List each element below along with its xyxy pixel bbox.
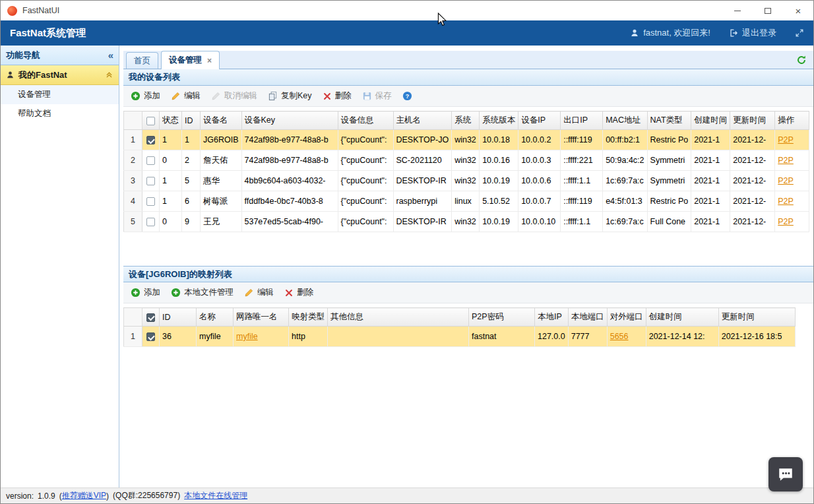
cell-name: 惠华	[201, 171, 242, 191]
cell-host: DESKTOP-IR	[393, 171, 452, 191]
button-label: 添加	[144, 287, 160, 298]
row-select-cell[interactable]	[142, 212, 160, 232]
cell-nat_type: Symmetri	[647, 150, 691, 171]
vip-link[interactable]: 推荐赠送VIP	[62, 490, 106, 501]
col-header-id[interactable]: ID	[182, 111, 201, 130]
col-header-info[interactable]: 设备信息	[338, 111, 393, 130]
op-link[interactable]: P2P	[778, 197, 794, 206]
col-header-updated[interactable]: 更新时间	[718, 308, 795, 327]
local-file-online-link[interactable]: 本地文件在线管理	[184, 490, 247, 501]
col-header-local_ip[interactable]: 本地IP	[535, 308, 569, 327]
cell-os: win32	[452, 150, 480, 171]
checkbox-unchecked[interactable]	[146, 117, 155, 125]
col-header-map_type[interactable]: 映射类型	[289, 308, 328, 327]
col-header-nat_type[interactable]: NAT类型	[647, 111, 691, 130]
cell-name: JG6ROIB	[201, 130, 242, 150]
col-header-device_ip[interactable]: 设备IP	[518, 111, 561, 130]
copy-key-button[interactable]: 复制Key	[263, 88, 317, 104]
cell-info: {"cpuCount":	[338, 130, 393, 150]
col-header-key[interactable]: 设备Key	[241, 111, 338, 130]
sidebar: 功能导航 « 我的FastNat 设备管理 帮助文档	[1, 46, 119, 488]
row-select-cell[interactable]	[142, 327, 160, 347]
checkbox-unchecked[interactable]	[146, 177, 155, 185]
col-header-created[interactable]: 创建时间	[646, 308, 718, 327]
edit-mapping-button[interactable]: 编辑	[239, 285, 278, 300]
col-header-name[interactable]: 名称	[197, 308, 234, 327]
col-header-updated[interactable]: 更新时间	[730, 111, 775, 130]
col-header-name[interactable]: 设备名	[201, 111, 242, 130]
grid-row[interactable]: 202詹天佑742af98b-e977-48a8-b{"cpuCount":SC…	[124, 150, 809, 171]
col-header-p2p_password[interactable]: P2P密码	[469, 308, 535, 327]
logout-button[interactable]: 退出登录	[729, 27, 776, 39]
checkbox-checked[interactable]	[146, 313, 155, 322]
tab-device-management[interactable]: 设备管理 ×	[161, 51, 220, 69]
close-button[interactable]: ×	[783, 1, 813, 20]
row-select-cell[interactable]	[142, 130, 160, 150]
checkbox-checked[interactable]	[146, 332, 155, 341]
chat-button[interactable]	[768, 457, 803, 491]
col-header-os[interactable]: 系统	[452, 111, 480, 130]
col-header-unique_name[interactable]: 网路唯一名	[234, 308, 289, 327]
col-header-id[interactable]: ID	[160, 308, 197, 327]
grid-row[interactable]: 111JG6ROIB742af98b-e977-48a8-b{"cpuCount…	[124, 130, 809, 150]
cell-nat_type: Full Cone	[647, 212, 691, 232]
cell-os_version: 10.0.19	[480, 212, 518, 232]
cell-id: 2	[182, 150, 201, 171]
edit-device-button[interactable]: 编辑	[166, 88, 205, 104]
col-header-local_port[interactable]: 本地端口	[568, 308, 607, 327]
delete-device-button[interactable]: 删除	[318, 88, 356, 104]
col-header-created[interactable]: 创建时间	[691, 111, 730, 130]
maximize-button[interactable]	[753, 1, 783, 20]
checkbox-unchecked[interactable]	[146, 197, 155, 206]
grid-row[interactable]: 509王兄537e7ed5-5cab-4f90-{"cpuCount":DESK…	[124, 212, 809, 232]
op-link[interactable]: P2P	[778, 135, 794, 144]
checkbox-checked[interactable]	[146, 136, 155, 144]
cell-mac: 50:9a:4c:2	[603, 150, 647, 171]
user-welcome[interactable]: fastnat, 欢迎回来!	[630, 27, 710, 39]
add-device-button[interactable]: 添加	[126, 88, 165, 104]
unique_name-link[interactable]: myfile	[236, 332, 258, 341]
help-button[interactable]: ?	[398, 89, 417, 103]
sidebar-item-help-docs[interactable]: 帮助文档	[1, 104, 119, 123]
select-all-cell[interactable]	[142, 111, 160, 130]
tab-home[interactable]: 首页	[126, 52, 158, 69]
minimize-button[interactable]	[722, 1, 753, 20]
cell-id: 1	[182, 130, 201, 150]
grid-row[interactable]: 315惠华4bb9c604-a603-4032-{"cpuCount":DESK…	[124, 171, 809, 191]
collapse-sidebar-icon[interactable]: «	[108, 50, 113, 60]
col-header-external_port[interactable]: 对外端口	[607, 308, 646, 327]
col-header-host[interactable]: 主机名	[393, 111, 452, 130]
col-header-mac[interactable]: MAC地址	[603, 111, 647, 130]
col-header-other_info[interactable]: 其他信息	[328, 308, 469, 327]
sidebar-item-device-management[interactable]: 设备管理	[1, 85, 119, 104]
add-mapping-button[interactable]: 添加	[126, 285, 165, 300]
version-label: version:	[6, 491, 34, 501]
delete-mapping-button[interactable]: 删除	[280, 285, 318, 300]
col-header-status[interactable]: 状态	[160, 111, 182, 130]
row-select-cell[interactable]	[142, 171, 160, 191]
external_port-link[interactable]: 5656	[610, 332, 629, 341]
refresh-button[interactable]	[796, 51, 807, 69]
close-tab-icon[interactable]: ×	[207, 56, 212, 65]
col-header-op[interactable]: 操作	[775, 111, 809, 130]
select-all-cell[interactable]	[142, 308, 160, 327]
checkbox-unchecked[interactable]	[146, 156, 155, 165]
col-header-out_ip[interactable]: 出口IP	[561, 111, 603, 130]
op-link[interactable]: P2P	[778, 217, 794, 226]
op-link[interactable]: P2P	[778, 176, 794, 185]
button-label: 删除	[297, 287, 313, 298]
row-select-cell[interactable]	[142, 150, 160, 171]
grid-row[interactable]: 416树莓派ffddfb4e-0bc7-40b3-8{"cpuCount":ra…	[124, 191, 809, 212]
accordion-header-myfastnat[interactable]: 我的FastNat	[1, 65, 119, 85]
window-title: FastNatUI	[22, 6, 59, 15]
cell-out_ip: ::ffff:1.1	[561, 171, 603, 191]
local-file-manage-button[interactable]: 本地文件管理	[166, 285, 238, 300]
checkbox-unchecked[interactable]	[146, 218, 155, 226]
row-select-cell[interactable]	[142, 191, 160, 212]
col-header-os_version[interactable]: 系统版本	[480, 111, 518, 130]
grid-row[interactable]: 136myfilemyfilehttpfastnat127.0.07777565…	[124, 327, 796, 347]
fullscreen-button[interactable]	[795, 28, 804, 38]
cell-info: {"cpuCount":	[338, 212, 393, 232]
op-link[interactable]: P2P	[778, 156, 794, 165]
device-grid-area: 状态ID设备名设备Key设备信息主机名系统系统版本设备IP出口IPMAC地址NA…	[123, 107, 813, 266]
